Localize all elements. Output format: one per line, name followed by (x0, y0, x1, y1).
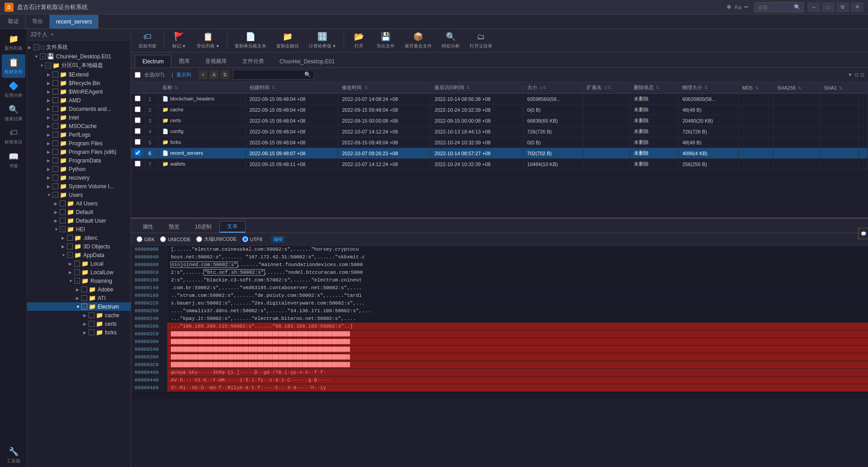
tree-item-recycle[interactable]: ▶ 📁 $Recycle.Bin (27, 79, 131, 87)
table-row[interactable]: 5 📁forks 2022-09-15 09:48:04 +08 2022-09… (131, 137, 868, 148)
tab-gallery[interactable]: 图库 (171, 55, 198, 67)
tree-item-winreagent[interactable]: ▶ 📁 $WinREAgent (27, 87, 131, 96)
encoding-big-unicode[interactable]: 大端UNICODE (196, 236, 237, 243)
feature-analysis-button[interactable]: 🔍 特征分析 (438, 30, 463, 51)
open-parent-dir-button[interactable]: 🗂 打开父目录 (466, 30, 496, 51)
tree-item-documents[interactable]: ▶ 📁 Documents and... (27, 105, 131, 113)
col-accessed[interactable]: 最后访问时间 ⇅ (431, 82, 524, 94)
table-row[interactable]: 6 📄recent_servers 2022-09-15 09:48:07 +0… (131, 148, 868, 159)
sidebar-item-search[interactable]: 🔍 搜索结果 (2, 101, 25, 125)
export-file-button[interactable]: 💾 导出文件 (373, 30, 398, 51)
format-button[interactable]: A (209, 70, 218, 79)
tree-item-electrum-cache[interactable]: ▶ 📁 cache (27, 311, 131, 319)
tree-item-intel[interactable]: ▶ 📁 Intel (27, 113, 131, 122)
file-search-input[interactable] (236, 72, 304, 77)
tree-item-ati[interactable]: ▶ 📁 ATI (27, 294, 131, 302)
export-list-button[interactable]: 📋 导出列表 ▼ (193, 30, 223, 51)
col-deleted[interactable]: 删除状态 ⇅ (630, 82, 679, 94)
tree-item-chunhei[interactable]: ▼ - 💾 ChunHei_Desktop.E01 (27, 52, 131, 61)
tree-item-appdata[interactable]: ▼ - 📁 AppData (27, 251, 131, 259)
open-button[interactable]: 📂 打开 (348, 30, 370, 51)
tree-item-system-volume[interactable]: ▶ 📁 System Volume I... (27, 182, 131, 191)
tree-item-amd[interactable]: ▶ 📁 AMD (27, 96, 131, 105)
add-bookmark-button[interactable]: 🏷 添加书签 (135, 30, 160, 51)
filter-icon[interactable]: ⊡ (854, 72, 859, 78)
tree-item-electrum[interactable]: ▼ - 📁 Electrum (27, 302, 131, 311)
table-row[interactable]: 4 📄config 2022-09-15 09:48:04 +08 2022-1… (131, 126, 868, 137)
tree-item-all-users[interactable]: ▶ 📁 All Users (27, 199, 131, 208)
file-search-box[interactable]: 🔍 (233, 70, 314, 80)
sidebar-item-app-analysis[interactable]: 🔷 应用分析 (2, 78, 25, 101)
table-row[interactable]: 1 📄blockchain_headers 2022-09-15 09:48:0… (131, 94, 868, 105)
sidebar-item-tools[interactable]: 🔧 工具箱 (2, 443, 25, 467)
tab-chunhei[interactable]: ChunHei_Desktop.E01 (272, 55, 342, 67)
row-checkbox[interactable] (135, 150, 141, 156)
select-all-checkbox[interactable] (135, 72, 141, 78)
minimize-button[interactable]: ─ (807, 2, 820, 12)
close-button[interactable]: ✕ (851, 2, 863, 12)
encoding-utf8[interactable]: UTF8 (242, 236, 263, 242)
row-checkbox[interactable] (135, 106, 141, 112)
tree-item-3d-objects[interactable]: ▶ 📁 3D Objects (27, 242, 131, 251)
calc-hash-button[interactable]: 🔢 计算哈希值 ▼ (305, 30, 340, 51)
col-name[interactable]: 名称 ⇅ (158, 82, 245, 94)
sidebar-item-bookmarks[interactable]: 📖 书签 (2, 148, 25, 172)
col-ext[interactable]: 扩展名 ⊡⇅ (583, 82, 630, 94)
filter-options-icon[interactable]: ▼ (848, 72, 853, 78)
col-created[interactable]: 创建时间 ⇅ (245, 82, 338, 94)
encoding-gbk[interactable]: GBK (137, 236, 155, 242)
tab-media[interactable]: 音视频库 (198, 55, 235, 67)
expand-compound-button[interactable]: 📦 展开复合文件 (401, 30, 435, 51)
col-md5[interactable]: MD5 ⇅ (738, 82, 773, 94)
tab-daochu[interactable]: 导出 (26, 15, 50, 29)
row-checkbox[interactable] (135, 95, 141, 101)
tree-item-root[interactable]: ▶ - □ 文件系统 (27, 43, 131, 52)
sidebar-item-tags[interactable]: 🏷 标签条目 (2, 125, 25, 148)
tree-item-electrum-forks[interactable]: ▶ 📁 forks (27, 328, 131, 337)
tip-button[interactable]: 💬 (859, 229, 868, 238)
tab-quzheng[interactable]: 取证 (2, 15, 26, 29)
restore-button[interactable]: ⧉ (836, 2, 849, 12)
tree-item-program-files-x86[interactable]: ▶ 📁 Program Files (x86) (27, 148, 131, 156)
col-size[interactable]: 大小 ⊡⇅ (524, 82, 583, 94)
tree-item-idlerc[interactable]: ▶ 📁 .idlerc (27, 234, 131, 242)
maximize-button[interactable]: □ (822, 2, 835, 12)
tree-item-python[interactable]: ▶ 📁 Python (27, 165, 131, 173)
row-checkbox[interactable] (135, 128, 141, 134)
tree-item-hei[interactable]: ▼ - 📁 HEI (27, 225, 131, 234)
col-phys-size[interactable]: 物理大小 ⇅ (679, 82, 738, 94)
mark-button[interactable]: 🚩 标记 ▼ (168, 30, 190, 51)
col-modified[interactable]: 修改时间 ⇅ (338, 82, 431, 94)
tab-properties[interactable]: 属性 (135, 221, 161, 233)
tree-item-program-files[interactable]: ▶ 📁 Program Files (27, 139, 131, 148)
tab-preview[interactable]: 预览 (161, 221, 187, 233)
add-column-button[interactable]: + (198, 70, 208, 79)
tree-item-users[interactable]: ▼ - 📁 Users (27, 191, 131, 199)
tree-item-locallow[interactable]: ▶ 📁 LocalLow (27, 268, 131, 276)
tab-text[interactable]: 文本 (219, 221, 245, 233)
sidebar-item-evidence[interactable]: 📋 检材文件 (2, 54, 25, 78)
copy-cell-text-button[interactable]: 📄 复制单元格文本 (231, 30, 270, 51)
col-sha256[interactable]: SHA256 ⇅ (774, 82, 820, 94)
col-checkbox[interactable] (131, 82, 145, 94)
tree-item-local[interactable]: ▶ 📁 Local (27, 259, 131, 268)
tree-item-partition[interactable]: ▼ - 📁 分区01_本地磁盘 (27, 61, 131, 70)
tree-item-electrum-certs[interactable]: ▶ 📁 certs (27, 319, 131, 328)
table-row[interactable]: 3 📁certs 2022-09-15 09:48:04 +08 2022-09… (131, 115, 868, 126)
show-columns-button[interactable]: 显示列 (176, 71, 191, 78)
filter-clear-icon[interactable]: ⊡ (860, 72, 864, 78)
sidebar-item-case-list[interactable]: 📁 案件列表 (2, 31, 25, 54)
move-tag[interactable]: 偏移 (271, 236, 285, 243)
table-row[interactable]: 2 📁cache 2022-09-15 09:48:04 +08 2022-09… (131, 105, 868, 115)
tab-file-category[interactable]: 文件分类 (235, 55, 272, 67)
tree-item-extend[interactable]: ▶ 📁 $Extend (27, 70, 131, 79)
tree-item-programdata[interactable]: ▶ 📁 ProgramData (27, 156, 131, 165)
tree-item-perflogs[interactable]: ▶ 📁 PerfLogs (27, 130, 131, 139)
tree-item-roaming[interactable]: ▼ - 📁 Roaming (27, 276, 131, 285)
tab-electrum[interactable]: Electrum (135, 55, 171, 67)
sort-button[interactable]: ⇅ (220, 70, 229, 79)
row-checkbox[interactable] (135, 139, 141, 145)
tree-item-msocache[interactable]: ▶ 📁 MSOCache (27, 122, 131, 130)
col-num[interactable] (145, 82, 158, 94)
tree-item-default[interactable]: ▶ 📁 Default (27, 208, 131, 216)
